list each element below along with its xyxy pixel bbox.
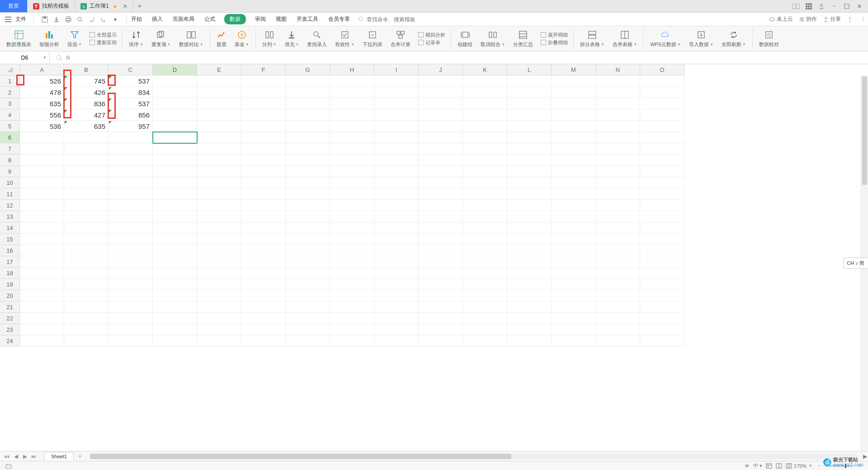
cell-B20[interactable] — [64, 290, 108, 301]
cell-O17[interactable] — [640, 256, 684, 268]
cell-M8[interactable] — [552, 155, 596, 166]
cell-D19[interactable] — [153, 279, 197, 290]
cell-B1[interactable]: 745 — [64, 75, 108, 87]
cell-M5[interactable] — [552, 121, 596, 132]
cell-B14[interactable] — [64, 222, 108, 234]
cell-M15[interactable] — [552, 234, 596, 245]
row-header-21[interactable]: 21 — [0, 301, 20, 313]
ribbon-compare[interactable]: 数据对比▼ — [176, 29, 206, 48]
cell-E20[interactable] — [197, 290, 241, 301]
row-header-15[interactable]: 15 — [0, 234, 20, 245]
more-icon[interactable]: ⋮ — [847, 16, 853, 23]
col-header-K[interactable]: K — [463, 64, 507, 75]
cell-K5[interactable] — [463, 121, 507, 132]
cell-F1[interactable] — [241, 75, 286, 87]
cell-F23[interactable] — [241, 324, 286, 335]
cell-L24[interactable] — [507, 335, 552, 347]
cell-L1[interactable] — [507, 75, 552, 87]
cell-O9[interactable] — [640, 166, 684, 177]
cell-E24[interactable] — [197, 335, 241, 347]
cell-C2[interactable]: 834 — [108, 87, 153, 98]
print-icon[interactable] — [65, 16, 72, 23]
cell-B8[interactable] — [64, 155, 108, 166]
cell-B10[interactable] — [64, 177, 108, 188]
cell-M9[interactable] — [552, 166, 596, 177]
cell-J10[interactable] — [419, 177, 463, 188]
cell-L2[interactable] — [507, 87, 552, 98]
cell-E12[interactable] — [197, 200, 241, 211]
cell-D11[interactable] — [153, 188, 197, 200]
cell-A20[interactable] — [20, 290, 64, 301]
cell-D21[interactable] — [153, 301, 197, 313]
collab-button[interactable]: 协作 — [799, 15, 817, 23]
cell-B17[interactable] — [64, 256, 108, 268]
cell-D2[interactable] — [153, 87, 197, 98]
cell-C20[interactable] — [108, 290, 153, 301]
share-button[interactable]: 分享 — [823, 15, 841, 23]
menu-7[interactable]: 开发工具 — [296, 14, 319, 24]
cell-B22[interactable] — [64, 313, 108, 324]
row-header-24[interactable]: 24 — [0, 335, 20, 347]
ribbon-showall[interactable]: 全部显示 — [89, 32, 117, 38]
cell-C1[interactable]: 537 — [108, 75, 153, 87]
eye-icon[interactable]: 👁 — [745, 463, 750, 469]
cell-G9[interactable] — [286, 166, 330, 177]
cell-O18[interactable] — [640, 268, 684, 279]
cell-M10[interactable] — [552, 177, 596, 188]
cell-H1[interactable] — [330, 75, 374, 87]
cell-K21[interactable] — [463, 301, 507, 313]
cell-N7[interactable] — [596, 143, 640, 155]
cell-F6[interactable] — [241, 132, 286, 143]
ribbon-dup[interactable]: 重复项▼ — [149, 29, 174, 48]
cell-H11[interactable] — [330, 188, 374, 200]
ribbon-simul[interactable]: 模拟分析 — [418, 32, 445, 38]
cell-L20[interactable] — [507, 290, 552, 301]
cell-F18[interactable] — [241, 268, 286, 279]
zoom-value[interactable]: 175% — [794, 463, 807, 469]
cell-A6[interactable] — [20, 132, 64, 143]
col-header-N[interactable]: N — [596, 64, 640, 75]
cell-A16[interactable] — [20, 245, 64, 256]
cell-L6[interactable] — [507, 132, 552, 143]
cell-M1[interactable] — [552, 75, 596, 87]
cell-G12[interactable] — [286, 200, 330, 211]
cell-C11[interactable] — [108, 188, 153, 200]
cell-J24[interactable] — [419, 335, 463, 347]
cell-E22[interactable] — [197, 313, 241, 324]
save-icon[interactable] — [41, 16, 48, 23]
formula-bar-input[interactable] — [74, 54, 862, 61]
cell-D4[interactable] — [153, 109, 197, 121]
cell-B2[interactable]: 426 — [64, 87, 108, 98]
cell-G8[interactable] — [286, 155, 330, 166]
ime-chip[interactable]: CH ♪ 简 — [843, 258, 868, 269]
cell-G17[interactable] — [286, 256, 330, 268]
cell-B7[interactable] — [64, 143, 108, 155]
cell-C16[interactable] — [108, 245, 153, 256]
cell-B9[interactable] — [64, 166, 108, 177]
collapse-ribbon-icon[interactable]: 〈 — [859, 15, 864, 23]
cell-F16[interactable] — [241, 245, 286, 256]
cell-L19[interactable] — [507, 279, 552, 290]
ribbon-reapply[interactable]: 重新应用 — [89, 39, 117, 46]
cell-C19[interactable] — [108, 279, 153, 290]
cell-L18[interactable] — [507, 268, 552, 279]
command-search-input[interactable] — [366, 16, 434, 23]
maximize-icon[interactable] — [843, 2, 851, 10]
view-page-icon[interactable] — [776, 463, 782, 469]
cell-D20[interactable] — [153, 290, 197, 301]
cell-B16[interactable] — [64, 245, 108, 256]
cell-M24[interactable] — [552, 335, 596, 347]
cell-J14[interactable] — [419, 222, 463, 234]
cell-E9[interactable] — [197, 166, 241, 177]
ribbon-sort[interactable]: 排序▼ — [126, 29, 146, 48]
cell-D16[interactable] — [153, 245, 197, 256]
cell-N4[interactable] — [596, 109, 640, 121]
cell-I4[interactable] — [374, 109, 419, 121]
cell-G15[interactable] — [286, 234, 330, 245]
row-header-19[interactable]: 19 — [0, 279, 20, 290]
cell-F20[interactable] — [241, 290, 286, 301]
cell-H16[interactable] — [330, 245, 374, 256]
cell-N21[interactable] — [596, 301, 640, 313]
cell-J11[interactable] — [419, 188, 463, 200]
cell-D18[interactable] — [153, 268, 197, 279]
